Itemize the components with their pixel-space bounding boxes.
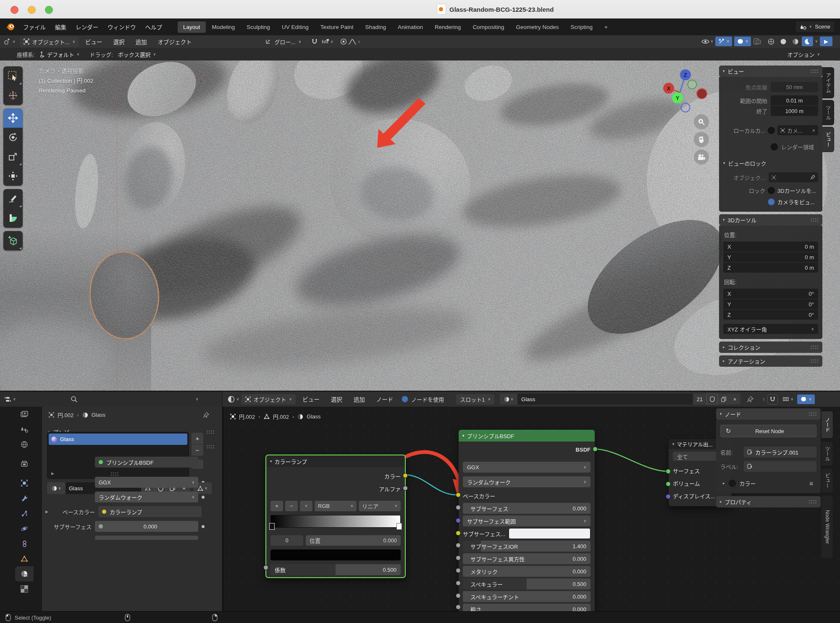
shader-material-browse[interactable]: ∨ [500, 394, 517, 405]
subsurface-slider[interactable]: 0.000 [95, 521, 198, 532]
chevron-down-icon[interactable]: ∨ [196, 397, 199, 401]
properties-tab-view-layer[interactable] [15, 456, 34, 471]
socket-in-surface[interactable] [666, 469, 671, 474]
cursor-loc-y[interactable]: Y0 m [723, 252, 818, 262]
workspace-tab-texture-paint[interactable]: Texture Paint [315, 21, 359, 33]
socket-in-base-color[interactable] [456, 492, 461, 497]
menu-file[interactable]: ファイル [18, 23, 50, 31]
ramp-specials-dropdown[interactable]: ∨ [300, 501, 312, 511]
editor-type-icon-shader[interactable] [228, 396, 235, 403]
search-icon[interactable] [71, 396, 77, 402]
menu-edit[interactable]: 編集 [50, 23, 71, 31]
crumb-material[interactable]: Glass [307, 413, 320, 420]
pan-button[interactable] [694, 132, 709, 147]
ramp-remove-stop-button[interactable]: − [285, 501, 298, 511]
proportional-edit-icon[interactable] [340, 38, 347, 45]
mode-selector[interactable]: オブジェクト... ∨ [20, 37, 79, 47]
tool-rotate[interactable] [3, 128, 23, 147]
ramp-stop-right[interactable] [396, 523, 402, 530]
presets-list-icon[interactable]: ≡ [809, 480, 813, 487]
chevron-down-icon[interactable]: ∨ [358, 40, 361, 44]
workspace-tab-scripting[interactable]: Scripting [565, 21, 598, 33]
shader-menu-node[interactable]: ノード [372, 395, 398, 403]
panel-grip[interactable] [810, 345, 819, 350]
navigation-gizmo[interactable]: Z X Y [662, 68, 716, 114]
snap-target-dropdown[interactable]: ∨ [782, 396, 793, 402]
cursor-rotation-mode-dropdown[interactable]: XYZ オイラー角 ∨ [723, 324, 818, 334]
show-object-types-dropdown[interactable]: ∨ [701, 39, 714, 45]
node-properties-panel-header[interactable]: ▸ プロパティ [716, 496, 821, 507]
go-to-parent-icon[interactable]: ↑ [762, 396, 766, 403]
editor-type-icon-3d-viewport[interactable] [3, 38, 11, 45]
use-nodes-checkbox[interactable] [402, 396, 408, 402]
cursor-rot-x[interactable]: X0° [723, 289, 818, 299]
node-label-field[interactable] [744, 461, 816, 472]
workspace-tab-rendering[interactable]: Rendering [429, 21, 466, 33]
sss-method-dropdown[interactable]: ランダムウォーク ∨ [95, 492, 198, 502]
ramp-color-swatch[interactable] [270, 549, 401, 560]
socket-in-roughness[interactable] [456, 605, 461, 610]
properties-tab-object-data[interactable] [15, 551, 34, 566]
tool-scale[interactable] [3, 147, 23, 166]
workspace-tab-animation[interactable]: Animation [392, 21, 428, 33]
workspace-tab-uv-editing[interactable]: UV Editing [276, 21, 314, 33]
bsdf-sss-color-swatch[interactable] [509, 528, 591, 539]
properties-tab-texture[interactable] [15, 581, 34, 597]
collections-panel-header[interactable]: ▸ コレクション [719, 342, 822, 353]
panel-grip[interactable] [810, 69, 819, 74]
expanded-icon[interactable]: ▾ [723, 161, 725, 165]
vp-menu-select[interactable]: 選択 [109, 37, 129, 46]
properties-tab-object[interactable] [15, 476, 34, 491]
surface-shader-field[interactable]: プリンシプルBSDF [95, 457, 198, 468]
vp-menu-object[interactable]: オブジェクト [153, 37, 197, 46]
vp-menu-view[interactable]: ビュー [81, 37, 107, 46]
vp-tab-view[interactable]: ビュー [822, 127, 834, 152]
shader-fake-user-button[interactable] [706, 394, 718, 405]
list-resize-grip[interactable] [110, 472, 119, 476]
node-tab-view[interactable]: ビュー [822, 468, 833, 493]
socket-in-volume[interactable] [666, 481, 671, 486]
bsdf-subsurface-slider[interactable]: サブサーフェス 0.000 [463, 503, 591, 514]
overlays-toggle[interactable]: ∨ [734, 37, 751, 46]
panel-grip[interactable] [808, 412, 817, 416]
properties-tab-material[interactable] [15, 566, 34, 581]
view-panel-header[interactable]: ▾ ビュー [719, 66, 822, 77]
bsdf-specular-slider[interactable]: スペキュラー 0.500 [463, 578, 591, 589]
panel-grip[interactable] [810, 359, 819, 363]
socket-in-sss-color[interactable] [456, 531, 461, 536]
node-tab-node[interactable]: ノード [822, 411, 833, 439]
shader-type-selector[interactable]: オブジェクト ∨ [242, 394, 296, 405]
cursor-loc-x[interactable]: X0 m [723, 242, 818, 252]
traffic-light-minimize[interactable] [28, 6, 36, 14]
render-preview-button[interactable]: ▶ [820, 37, 832, 46]
shader-material-users[interactable]: 21 [693, 394, 706, 405]
panel-grip[interactable] [808, 499, 817, 504]
proportional-falloff-icon[interactable] [348, 39, 357, 45]
tool-measure[interactable] [3, 208, 23, 228]
tool-cursor[interactable] [3, 86, 23, 105]
zoom-button[interactable] [694, 114, 709, 129]
local-camera-checkbox[interactable] [768, 127, 775, 134]
workspace-tab-modeling[interactable]: Modeling [207, 21, 241, 33]
colorramp-node[interactable]: ▾ カラーランプ カラー アルファ + − ∨ RGB∨ リニア∨ 0 位置0.… [265, 455, 406, 578]
properties-tab-constraints[interactable] [15, 536, 34, 551]
vp-tab-item[interactable]: アイテム [822, 67, 834, 98]
bsdf-sss-radius-dropdown[interactable]: サブサーフェス範囲 ∨ [463, 515, 591, 526]
node-editor-canvas[interactable]: 円.002 › 円.002 › Glass ▾ カラーランプ カラー アルファ … [223, 407, 840, 611]
animate-dot[interactable] [202, 496, 205, 499]
color-swatch-circle[interactable] [729, 480, 736, 487]
socket-in-sss-anisotropy[interactable] [456, 555, 461, 560]
shading-rendered-button[interactable] [802, 37, 813, 46]
cursor-rot-y[interactable]: Y0° [723, 299, 818, 309]
socket-out-color[interactable] [403, 473, 408, 478]
properties-tab-world[interactable] [15, 437, 34, 452]
local-camera-field[interactable]: カメ... × [777, 125, 818, 135]
shader-material-name-field[interactable]: Glass [517, 394, 693, 405]
socket-in-specular-tint[interactable] [456, 593, 461, 598]
ramp-interpolation-dropdown[interactable]: リニア∨ [359, 501, 401, 511]
snap-settings-dropdown[interactable]: ∨ [322, 39, 333, 44]
breadcrumb-material[interactable]: Glass [92, 412, 105, 418]
shader-copy-button[interactable] [718, 394, 729, 405]
menu-render[interactable]: レンダー [71, 23, 103, 31]
breadcrumb-object[interactable]: 円.002 [58, 411, 74, 419]
